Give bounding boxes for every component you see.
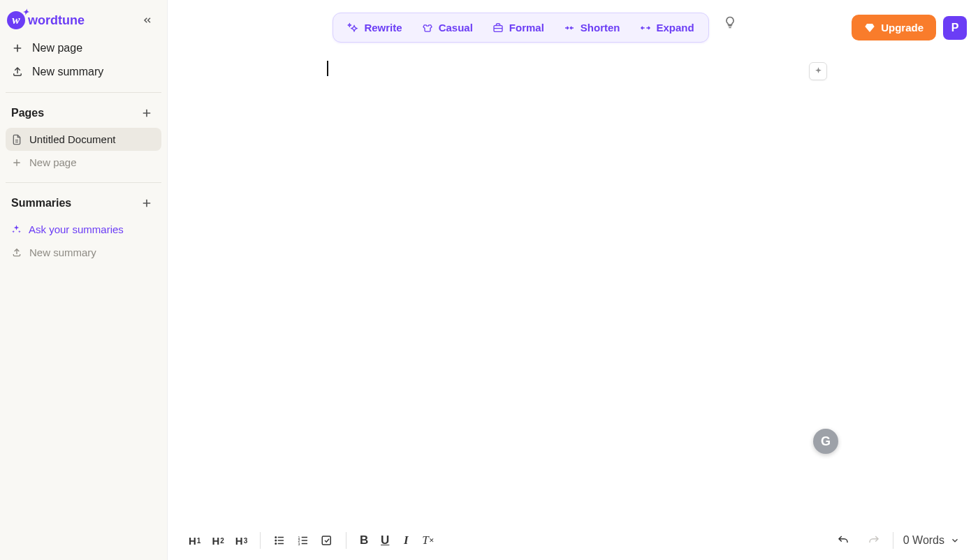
upgrade-button[interactable]: Upgrade [852,15,936,40]
page-item-untitled[interactable]: Untitled Document [6,128,161,151]
italic-button[interactable]: I [395,529,416,552]
formal-label: Formal [509,22,544,34]
format-toolbar: H1 H2 H3 123 B U I T✕ 0 Words [168,522,978,560]
bullet-list-button[interactable] [268,530,291,551]
magic-icon [347,22,358,34]
svg-point-2 [275,540,277,541]
topbar: Rewrite Casual Formal Shorten Expand [168,0,978,52]
logo-icon: w✦ [7,11,25,29]
upload-icon [11,66,24,78]
upload-icon [11,247,22,258]
arrows-out-icon [640,22,651,34]
sparkle-plus-icon [813,66,824,77]
bold-button[interactable]: B [353,529,374,552]
brand-logo[interactable]: w✦ wordtune [7,11,85,29]
casual-label: Casual [439,22,473,34]
word-count-dropdown[interactable]: 0 Words [900,530,963,551]
new-page-label: New page [32,42,82,54]
undo-button[interactable] [831,530,855,551]
rewrite-label: Rewrite [364,22,402,34]
ask-summaries-label: Ask your summaries [29,223,124,235]
page-title: Untitled Document [29,133,115,145]
arrows-in-icon [564,22,575,34]
user-avatar[interactable]: P [943,16,967,40]
sidebar: w✦ wordtune New page New summary Pages U… [0,0,168,560]
new-page-inline-label: New page [29,156,77,168]
shorten-button[interactable]: Shorten [554,16,630,39]
text-cursor [327,61,328,76]
new-summary-inline[interactable]: New summary [6,241,161,264]
divider [893,532,893,549]
pages-section: Pages Untitled Document New page [6,92,161,174]
summaries-heading: Summaries [11,197,71,209]
rewrite-button[interactable]: Rewrite [337,16,411,39]
extension-letter: G [821,434,831,449]
new-summary-button[interactable]: New summary [6,60,161,84]
new-page-inline[interactable]: New page [6,151,161,174]
svg-rect-7 [322,536,330,545]
svg-point-1 [275,537,277,538]
avatar-letter: P [951,22,959,34]
upgrade-label: Upgrade [881,22,924,34]
pages-heading: Pages [11,107,44,119]
sidebar-header: w✦ wordtune [6,8,161,36]
new-summary-label: New summary [32,66,103,78]
plus-icon [11,42,24,54]
h2-button[interactable]: H2 [206,531,229,551]
ai-toolbar: Rewrite Casual Formal Shorten Expand [333,13,708,43]
divider [260,532,261,549]
collapse-sidebar-icon[interactable] [139,12,156,29]
tips-icon[interactable] [720,13,740,43]
insert-block-button[interactable] [809,62,827,80]
expand-button[interactable]: Expand [630,16,704,39]
diamond-icon [864,22,875,34]
main: Rewrite Casual Formal Shorten Expand [168,0,978,560]
grammarly-extension-icon[interactable]: G [813,429,838,454]
sparkle-icon [11,224,22,235]
clear-format-button[interactable]: T✕ [416,529,439,552]
number-list-button[interactable]: 123 [291,530,315,551]
formal-button[interactable]: Formal [483,16,554,39]
h1-button[interactable]: H1 [183,531,206,551]
chevron-down-icon [950,536,960,545]
plus-icon [11,157,22,168]
svg-text:3: 3 [298,542,300,546]
shorten-label: Shorten [581,22,620,34]
summaries-section: Summaries Ask your summaries New summary [6,182,161,264]
casual-icon [422,22,433,34]
checklist-button[interactable] [315,530,339,551]
expand-label: Expand [657,22,694,34]
document-icon [11,134,22,145]
editor-area[interactable]: G [168,52,978,522]
casual-button[interactable]: Casual [412,16,483,39]
underline-button[interactable]: U [374,529,395,552]
divider [346,532,346,549]
briefcase-icon [492,22,504,34]
add-summary-icon[interactable] [138,194,156,212]
redo-button[interactable] [862,530,886,551]
ask-summaries-link[interactable]: Ask your summaries [6,218,161,241]
add-page-icon[interactable] [138,104,156,122]
new-summary-inline-label: New summary [29,246,96,258]
h3-button[interactable]: H3 [230,531,253,551]
new-page-button[interactable]: New page [6,36,161,60]
word-count-label: 0 Words [903,534,944,547]
svg-point-3 [275,543,277,545]
brand-name: wordtune [28,13,85,28]
